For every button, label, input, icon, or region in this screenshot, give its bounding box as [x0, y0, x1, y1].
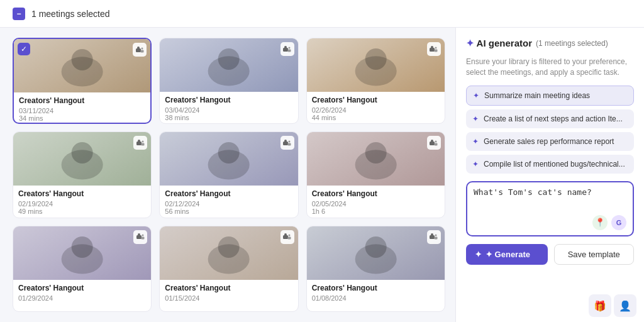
- svg-rect-29: [288, 143, 291, 145]
- meeting-thumbnail: [307, 38, 445, 92]
- meeting-card[interactable]: Creators' Hangout 02/05/2024 1h 6: [306, 131, 445, 218]
- person-illustration: [160, 132, 297, 186]
- meeting-info: Creators' Hangout 02/26/2024 44 mins: [307, 92, 445, 124]
- generate-button[interactable]: ✦ ✦ Generate: [466, 244, 548, 265]
- meeting-date: 01/15/2024: [165, 294, 292, 302]
- meeting-info: Creators' Hangout 02/12/2024 56 mins: [160, 186, 297, 218]
- meeting-card[interactable]: Creators' Hangout 02/12/2024 56 mins: [159, 131, 298, 218]
- suggestion-sparkle-icon: ✦: [472, 160, 479, 169]
- svg-rect-47: [288, 237, 291, 240]
- meeting-date: 03/11/2024: [19, 107, 145, 114]
- sparkle-icon: ✦: [466, 38, 474, 48]
- meeting-info: Creators' Hangout 03/04/2024 38 mins: [160, 92, 297, 124]
- svg-point-15: [431, 46, 433, 48]
- ai-suggestion-item[interactable]: ✦ Compile list of mentioned bugs/technic…: [466, 155, 634, 174]
- svg-rect-23: [141, 143, 144, 145]
- svg-point-37: [72, 236, 93, 258]
- meeting-thumbnail: [307, 226, 445, 280]
- ai-description: Ensure your library is filtered to your …: [466, 57, 634, 78]
- svg-point-9: [284, 46, 287, 48]
- meeting-card[interactable]: ✓ Creators' Hangout 03/11/2024 34 mins: [13, 38, 152, 124]
- selected-checkmark: ✓: [18, 43, 30, 55]
- participant-icon: [133, 43, 147, 57]
- ai-suggestion-item[interactable]: ✦ Generate sales rep performance report: [466, 132, 634, 151]
- meeting-info: Creators' Hangout 01/15/2024: [160, 280, 297, 307]
- ai-title: ✦ AI generator: [466, 38, 532, 49]
- meeting-thumbnail: [160, 132, 297, 186]
- meeting-duration: 38 mins: [165, 114, 292, 121]
- ai-custom-input[interactable]: [474, 187, 626, 210]
- meeting-card[interactable]: Creators' Hangout 02/19/2024 49 mins: [13, 131, 152, 218]
- meeting-date: 03/04/2024: [165, 106, 292, 114]
- person-illustration: [13, 132, 151, 186]
- meeting-thumbnail: [160, 38, 297, 92]
- svg-point-3: [137, 47, 140, 49]
- participant-icon: [133, 230, 147, 244]
- meeting-thumbnail: [307, 132, 445, 186]
- svg-point-39: [138, 233, 140, 236]
- svg-point-49: [365, 236, 386, 258]
- selection-icon: −: [13, 8, 25, 20]
- meeting-card[interactable]: Creators' Hangout 01/15/2024: [159, 226, 298, 312]
- ai-panel-header: ✦ AI generator (1 meetings selected): [466, 38, 634, 49]
- suggestion-text: Summarize main meeting ideas: [484, 91, 590, 100]
- gift-icon[interactable]: 🎁: [589, 294, 611, 317]
- person-illustration: [14, 39, 150, 92]
- participant-icon: [280, 136, 294, 150]
- suggestion-text: Create a list of next steps and action I…: [484, 114, 623, 123]
- suggestion-sparkle-icon: ✦: [473, 91, 479, 100]
- svg-point-43: [218, 236, 240, 258]
- meeting-duration: 1h 6: [312, 208, 440, 215]
- svg-point-19: [72, 142, 93, 164]
- ai-suggestion-item[interactable]: ✦ Create a list of next steps and action…: [466, 109, 634, 128]
- svg-point-28: [289, 140, 291, 142]
- meeting-title: Creators' Hangout: [165, 284, 292, 292]
- svg-point-22: [142, 140, 143, 142]
- bottom-bar: 🎁 👤: [581, 289, 644, 322]
- user-icon[interactable]: 👤: [614, 294, 636, 317]
- svg-rect-41: [141, 237, 144, 240]
- meeting-card[interactable]: Creators' Hangout 03/04/2024 38 mins: [159, 38, 298, 124]
- meeting-title: Creators' Hangout: [312, 189, 440, 198]
- svg-point-25: [218, 142, 240, 164]
- meeting-card[interactable]: Creators' Hangout 01/08/2024: [306, 226, 445, 312]
- meeting-duration: 56 mins: [165, 208, 292, 215]
- meeting-title: Creators' Hangout: [18, 284, 146, 292]
- meeting-date: 01/29/2024: [18, 294, 146, 302]
- location-icon[interactable]: 📍: [592, 215, 608, 230]
- meeting-title: Creators' Hangout: [165, 189, 292, 198]
- meeting-card[interactable]: Creators' Hangout 01/29/2024: [13, 226, 152, 312]
- person-illustration: [13, 226, 151, 280]
- svg-point-51: [431, 233, 433, 236]
- svg-point-46: [289, 235, 291, 236]
- svg-point-33: [431, 140, 433, 142]
- person-illustration: [307, 38, 445, 92]
- meeting-card[interactable]: Creators' Hangout 02/26/2024 44 mins: [306, 38, 445, 124]
- meeting-info: Creators' Hangout 03/11/2024 34 mins: [14, 92, 150, 124]
- ai-suggestion-item[interactable]: ✦ Summarize main meeting ideas: [466, 86, 634, 106]
- svg-point-1: [72, 49, 93, 70]
- meeting-date: 02/05/2024: [312, 200, 440, 208]
- selection-label: 1 meetings selected: [31, 9, 110, 19]
- meeting-info: Creators' Hangout 01/29/2024: [13, 280, 151, 307]
- ai-selected-count: (1 meetings selected): [536, 39, 608, 48]
- meeting-thumbnail: ✓: [14, 39, 150, 92]
- save-template-button[interactable]: Save template: [554, 244, 635, 265]
- svg-point-52: [435, 235, 437, 236]
- participant-icon: [133, 136, 147, 150]
- meeting-info: Creators' Hangout 02/05/2024 1h 6: [307, 186, 445, 218]
- svg-point-40: [142, 235, 143, 236]
- person-illustration: [307, 132, 445, 186]
- svg-rect-35: [435, 143, 438, 145]
- grammarly-icon[interactable]: G: [611, 215, 626, 230]
- svg-point-4: [141, 47, 143, 49]
- suggestion-sparkle-icon: ✦: [472, 114, 479, 123]
- meeting-title: Creators' Hangout: [165, 96, 292, 104]
- meeting-title: Creators' Hangout: [18, 189, 146, 198]
- person-illustration: [307, 226, 445, 280]
- top-bar: − 1 meetings selected: [0, 0, 644, 28]
- participant-icon: [427, 230, 441, 244]
- meeting-date: 02/19/2024: [18, 200, 146, 208]
- svg-rect-5: [140, 50, 143, 52]
- meeting-title: Creators' Hangout: [312, 96, 440, 104]
